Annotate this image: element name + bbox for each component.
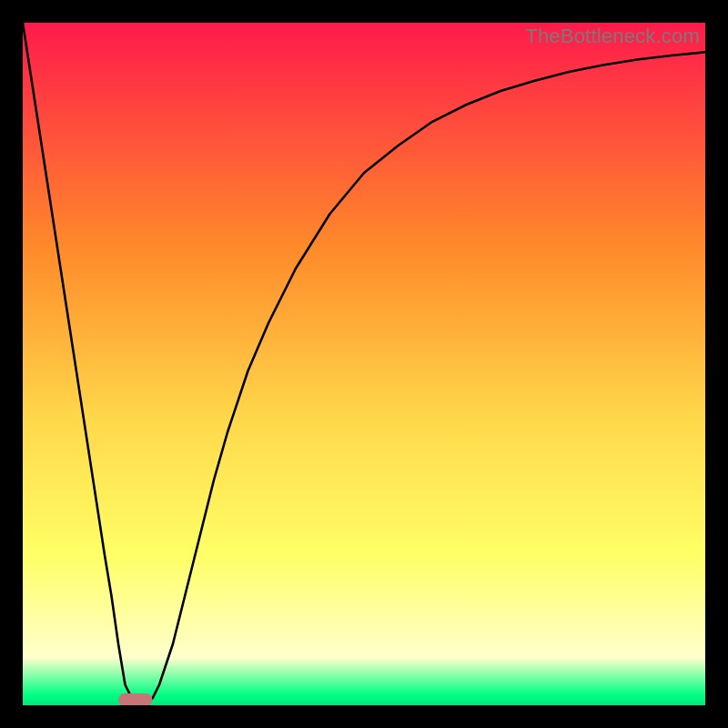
gradient-background: [23, 23, 705, 705]
chart-frame: TheBottleneck.com: [0, 0, 728, 728]
chart-svg: [23, 23, 705, 705]
optimal-marker: [118, 693, 153, 705]
watermark-text: TheBottleneck.com: [525, 25, 700, 48]
plot-area: TheBottleneck.com: [23, 23, 705, 705]
